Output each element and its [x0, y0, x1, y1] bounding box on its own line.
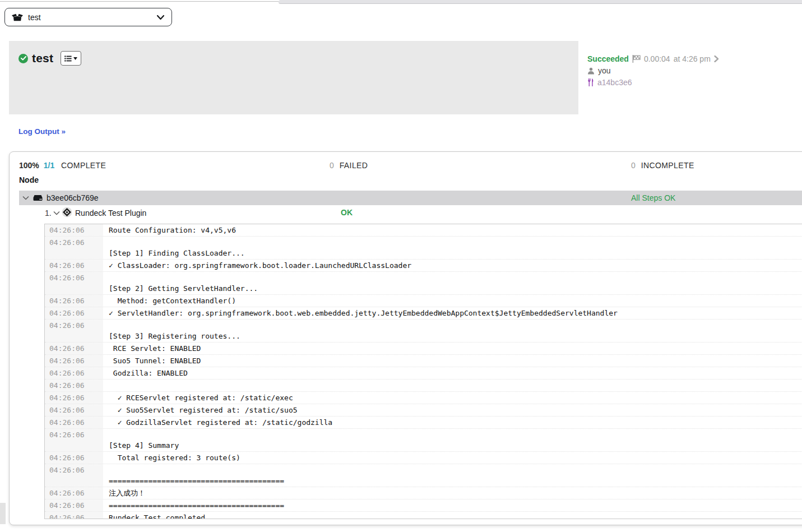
log-message: Method: getContextHandler() [103, 295, 802, 307]
log-timestamp: 04:26:06 [45, 417, 103, 428]
log-rows: 04:26:06 Route Configuration: v4,v5,v6 0… [45, 224, 802, 519]
horizontal-scrollbar-thumb[interactable] [279, 0, 802, 4]
log-message: [Step 1] Finding ClassLoader... [103, 237, 802, 259]
log-message: Suo5 Tunnel: ENABLED [103, 355, 802, 367]
log-timestamp: 04:26:06 [45, 380, 103, 391]
node-collapse-chevron-icon[interactable] [22, 196, 29, 200]
log-row: 04:26:06 [Step 1] Finding ClassLoader... [45, 236, 802, 259]
log-row: 04:26:06 Total registered: 3 route(s) [45, 451, 802, 464]
log-row: 04:26:06 [Step 2] Getting ServletHandler… [45, 271, 802, 294]
execution-duration: 0.00:04 [644, 53, 670, 64]
log-message: ✓ Suo5Servlet registered at: /static/suo… [103, 404, 802, 416]
log-timestamp: 04:26:06 [45, 452, 103, 464]
log-timestamp: 04:26:06 [45, 343, 103, 354]
success-check-icon [18, 54, 28, 63]
log-row: 04:26:06 Rundeck Test completed [45, 511, 802, 519]
fork-knife-icon [587, 78, 594, 86]
log-message: Rundeck Test completed [103, 512, 802, 519]
log-timestamp: 04:26:06 [45, 224, 103, 236]
job-title: test [32, 52, 53, 65]
execution-status: Succeeded [587, 53, 629, 64]
log-message: [Step 2] Getting ServletHandler... [103, 272, 802, 294]
log-message: Route Configuration: v4,v5,v6 [103, 224, 802, 236]
log-timestamp: 04:26:06 [45, 272, 103, 294]
log-timestamp: 04:26:06 [45, 307, 103, 319]
log-row: 04:26:06 RCE Servlet: ENABLED [45, 342, 802, 354]
execution-id: a14bc3e6 [597, 77, 632, 88]
log-row: 04:26:06 ✓ ServletHandler: org.springfra… [45, 307, 802, 319]
log-message: ✓ RCEServlet registered at: /static/exec [103, 392, 802, 404]
step-number: 1. [45, 209, 52, 218]
log-row: 04:26:06 ✓ GodzillaServlet registered at… [45, 416, 802, 428]
log-timestamp: 04:26:06 [45, 355, 103, 367]
log-message: ======================================== [103, 499, 802, 511]
log-timestamp: 04:26:06 [45, 237, 103, 259]
project-selector[interactable]: test [4, 8, 172, 26]
log-message: ✓ ClassLoader: org.springframework.boot.… [103, 260, 802, 271]
chevron-right-icon[interactable] [714, 55, 719, 62]
log-row: 04:26:06 ✓ ClassLoader: org.springframew… [45, 259, 802, 271]
log-row: 04:26:06 [45, 379, 802, 391]
log-message: Godzilla: ENABLED [103, 367, 802, 379]
log-row: 04:26:06 Godzilla: ENABLED [45, 367, 802, 379]
failed-label: FAILED [340, 161, 368, 170]
job-title-row: test [18, 51, 81, 66]
failed-count: 0 [330, 161, 334, 170]
execution-time: at 4:26 pm [674, 53, 711, 64]
log-row: 04:26:06 ===============================… [45, 499, 802, 511]
log-message: RCE Servlet: ENABLED [103, 343, 802, 354]
step-plugin-diamond-icon [62, 207, 72, 218]
log-row: 04:26:06 ✓ RCEServlet registered at: /st… [45, 391, 802, 404]
log-message: [Step 4] Summary [103, 429, 802, 451]
node-stats-row: 100% 1/1 COMPLETE 0 FAILED 0 INCOMPLETE [19, 161, 802, 171]
log-row: 04:26:06 Method: getContextHandler() [45, 294, 802, 307]
execution-info: Succeeded 0.00:04 at 4:26 pm [587, 53, 719, 89]
incomplete-label: INCOMPLETE [641, 161, 694, 170]
step-row: 1. Rundeck Test Plugin OK [19, 205, 802, 222]
chevron-down-icon [156, 15, 165, 20]
project-selector-value: test [28, 13, 41, 22]
log-timestamp: 04:26:06 [45, 320, 103, 342]
execution-report-card: 100% 1/1 COMPLETE 0 FAILED 0 INCOMPLETE … [9, 151, 802, 525]
log-timestamp: 04:26:06 [45, 429, 103, 451]
page: test test [0, 0, 802, 532]
log-message: ✓ ServletHandler: org.springframework.bo… [103, 307, 802, 319]
complete-label: COMPLETE [61, 161, 106, 170]
node-heading: Node [19, 175, 39, 184]
log-output-link[interactable]: Log Output » [18, 127, 66, 136]
log-timestamp: 04:26:06 [45, 499, 103, 511]
log-row: 04:26:06 ===============================… [45, 464, 802, 487]
log-timestamp: 04:26:06 [45, 392, 103, 404]
log-timestamp: 04:26:06 [45, 260, 103, 271]
node-row[interactable]: b3ee06cb769e All Steps OK [19, 191, 802, 205]
incomplete-count: 0 [631, 161, 636, 170]
list-menu-icon [64, 55, 72, 62]
log-timestamp: 04:26:06 [45, 464, 103, 487]
node-name: b3ee06cb769e [47, 193, 99, 202]
log-row: 04:26:06 Route Configuration: v4,v5,v6 [45, 224, 802, 236]
log-message [103, 380, 802, 391]
log-timestamp: 04:26:06 [45, 367, 103, 379]
log-message: [Step 3] Registering routes... [103, 320, 802, 342]
complete-percent: 100% [19, 161, 39, 170]
log-row: 04:26:06 [Step 4] Summary [45, 428, 802, 451]
log-row: 04:26:06 Suo5 Tunnel: ENABLED [45, 354, 802, 367]
log-message: ✓ GodzillaServlet registered at: /static… [103, 417, 802, 428]
job-actions-button[interactable] [61, 51, 81, 66]
log-timestamp: 04:26:06 [45, 487, 103, 499]
page-edge-shadow [0, 503, 6, 524]
log-row: 04:26:06 注入成功！ [45, 487, 802, 499]
log-row: 04:26:06 ✓ Suo5Servlet registered at: /s… [45, 404, 802, 416]
caret-down-icon [73, 57, 77, 60]
log-output-box: 04:26:06 Route Configuration: v4,v5,v6 0… [44, 224, 802, 519]
job-header-panel: test [9, 41, 578, 114]
execution-user: you [598, 65, 611, 76]
log-timestamp: 04:26:06 [45, 295, 103, 307]
node-status: All Steps OK [631, 193, 675, 202]
log-message: Total registered: 3 route(s) [103, 452, 802, 464]
user-icon [587, 67, 595, 75]
project-box-icon [12, 13, 23, 22]
log-message: 注入成功！ [103, 487, 802, 499]
step-collapse-chevron-icon[interactable] [53, 211, 60, 215]
complete-ratio: 1/1 [44, 161, 54, 170]
